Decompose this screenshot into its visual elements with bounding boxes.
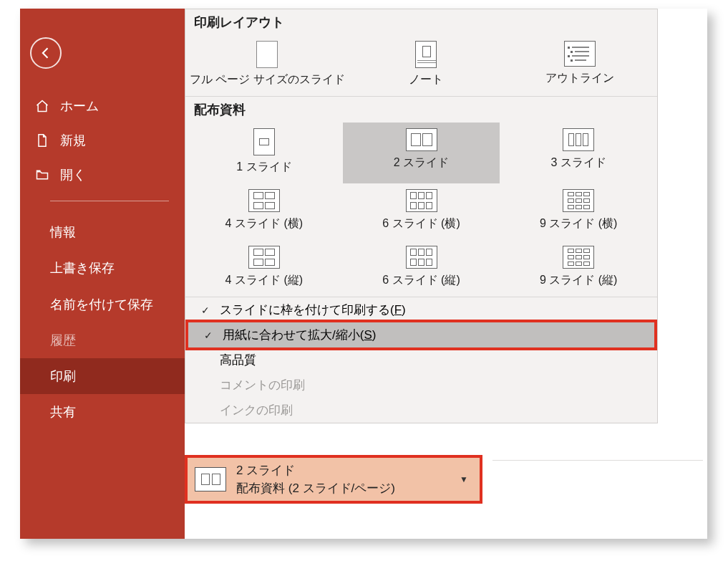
notes-icon: [415, 41, 437, 68]
layout-outline[interactable]: アウトライン: [503, 35, 657, 96]
cell-label: フル ページ サイズのスライド: [190, 72, 345, 87]
section-print-layout: 印刷レイアウト: [185, 9, 657, 35]
print-content: 印刷レイアウト フル ページ サイズのスライド ノート: [185, 9, 707, 539]
nav-open[interactable]: 開く: [20, 158, 185, 192]
layout-selector-dropdown[interactable]: 2 スライド 配布資料 (2 スライド/ページ) ▼: [185, 455, 482, 504]
cell-label: 9 スライド (横): [540, 216, 617, 231]
handout-6v-icon: [406, 246, 437, 269]
cell-label: 1 スライド: [236, 160, 291, 175]
nav-label: 開く: [60, 166, 86, 183]
nav-print[interactable]: 印刷: [20, 358, 185, 394]
handout-3-icon: [563, 128, 594, 151]
layout-full-page[interactable]: フル ページ サイズのスライド: [185, 35, 349, 96]
handout-1-icon: [253, 128, 275, 155]
handout-2-icon: [406, 128, 437, 151]
nav-history[interactable]: 履歴: [20, 322, 185, 358]
check-icon: ✓: [201, 330, 215, 341]
preview-area: [492, 460, 703, 523]
handout-4h[interactable]: 4 スライド (横): [185, 183, 343, 240]
handout-1[interactable]: 1 スライド: [185, 123, 343, 183]
check-icon: ✓: [198, 304, 213, 316]
option-label: コメントの印刷: [220, 377, 305, 393]
new-doc-icon: [34, 133, 50, 148]
nav-save-as[interactable]: 名前を付けて保存: [20, 287, 185, 322]
sidebar-divider: [50, 201, 169, 201]
layout-notes[interactable]: ノート: [349, 35, 503, 96]
selector-text: 2 スライド 配布資料 (2 スライド/ページ): [236, 462, 460, 497]
handout-9h-icon: [563, 189, 594, 212]
handout-9v-icon: [563, 246, 594, 269]
handout-3[interactable]: 3 スライド: [500, 123, 657, 183]
option-print-ink: インクの印刷: [185, 398, 657, 423]
handout-6h[interactable]: 6 スライド (横): [343, 183, 500, 240]
layout-row-3: 4 スライド (横) 6 スライド (横) 9 スライド (横): [185, 183, 657, 240]
cell-label: 3 スライド: [551, 155, 606, 171]
nav-new[interactable]: 新規: [20, 123, 185, 158]
handout-4v-icon: [248, 246, 280, 269]
home-icon: [34, 98, 50, 114]
handout-9v[interactable]: 9 スライド (縦): [500, 240, 657, 297]
cell-label: 6 スライド (縦): [382, 273, 460, 288]
selector-title: 2 スライド: [236, 462, 460, 479]
option-print-comments: コメントの印刷: [185, 373, 657, 398]
nav-share[interactable]: 共有: [20, 394, 185, 430]
option-label: 用紙に合わせて拡大/縮小(S): [223, 327, 376, 343]
option-label: スライドに枠を付けて印刷する(F): [220, 302, 406, 318]
handout-6h-icon: [406, 189, 437, 212]
cell-label: 4 スライド (縦): [225, 273, 303, 288]
handout-9h[interactable]: 9 スライド (横): [500, 183, 657, 240]
option-scale-to-fit[interactable]: ✓ 用紙に合わせて拡大/縮小(S): [185, 320, 657, 350]
layout-row-2: 1 スライド 2 スライド 3 スライド: [185, 123, 657, 183]
nav-label: 新規: [60, 132, 86, 149]
nav-info[interactable]: 情報: [20, 214, 185, 250]
layout-row-1: フル ページ サイズのスライド ノート アウトライン: [185, 35, 657, 96]
option-high-quality[interactable]: 高品質: [185, 347, 657, 373]
cell-label: 4 スライド (横): [225, 216, 303, 231]
cell-label: アウトライン: [545, 71, 614, 86]
option-frame-slides[interactable]: ✓ スライドに枠を付けて印刷する(F): [185, 297, 657, 322]
handout-4h-icon: [248, 189, 280, 212]
nav-save[interactable]: 上書き保存: [20, 250, 185, 286]
nav-label: ホーム: [60, 97, 99, 115]
layout-row-4: 4 スライド (縦) 6 スライド (縦) 9 スライド (縦): [185, 240, 657, 297]
selector-subtitle: 配布資料 (2 スライド/ページ): [236, 480, 460, 497]
arrow-left-icon: [39, 46, 53, 60]
handout-2[interactable]: 2 スライド: [343, 123, 500, 183]
full-page-icon: [256, 41, 278, 68]
cell-label: 2 スライド: [394, 155, 449, 171]
handout-4v[interactable]: 4 スライド (縦): [185, 240, 343, 297]
back-button[interactable]: [30, 37, 62, 69]
selector-icon: [195, 467, 226, 491]
caret-down-icon: ▼: [460, 474, 468, 484]
section-handouts: 配布資料: [185, 96, 657, 123]
folder-open-icon: [34, 167, 50, 183]
outline-icon: [564, 41, 596, 67]
layout-dropdown-panel: 印刷レイアウト フル ページ サイズのスライド ノート: [185, 9, 658, 423]
option-label: インクの印刷: [220, 402, 293, 418]
option-label: 高品質: [220, 352, 256, 368]
cell-label: 6 スライド (横): [382, 216, 460, 231]
cell-label: 9 スライド (縦): [540, 273, 617, 288]
cell-label: ノート: [409, 72, 443, 87]
backstage-sidebar: ホーム 新規 開く 情報 上書き保存 名前を付けて保存 履歴 印刷 共有: [20, 9, 185, 539]
nav-home[interactable]: ホーム: [20, 89, 185, 123]
handout-6v[interactable]: 6 スライド (縦): [343, 240, 500, 297]
